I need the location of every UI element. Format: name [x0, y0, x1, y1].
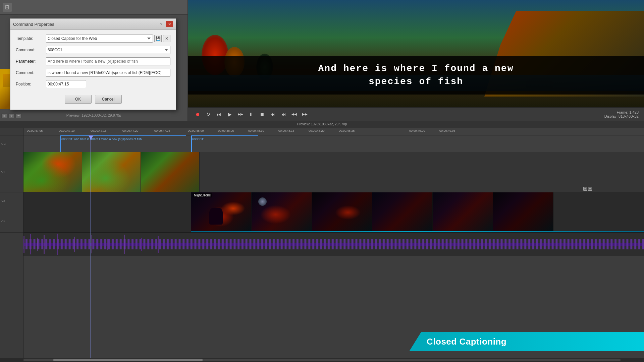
timeline-scrollbar[interactable] — [0, 358, 644, 362]
template-label: Template: — [16, 36, 46, 41]
record-button[interactable]: ⏺ — [193, 110, 202, 119]
step-forward-button[interactable]: ⏭ — [215, 110, 223, 119]
svg-rect-11 — [44, 235, 45, 254]
night-drone-label: NightDrone — [193, 193, 212, 197]
svg-rect-14 — [74, 237, 75, 252]
cc-marker-1 — [60, 135, 61, 152]
svg-rect-8 — [23, 236, 24, 253]
ok-button[interactable]: OK — [65, 95, 92, 104]
waveform — [23, 233, 644, 256]
svg-rect-17 — [124, 235, 125, 254]
caption-text-line1: And here is where I found a new — [201, 62, 631, 75]
mini-icon-1[interactable]: ⊞ — [1, 113, 7, 118]
svg-rect-19 — [158, 236, 159, 253]
help-icon[interactable]: ? — [158, 21, 164, 27]
play-button[interactable]: ▶ — [225, 110, 234, 119]
caption-overlay: And here is where I found a new species … — [188, 56, 644, 94]
template-save-button[interactable]: 💾 — [154, 35, 162, 42]
command-select[interactable]: 608CC1 — [46, 46, 170, 54]
dialog-titlebar: Command Properties ? ✕ — [10, 19, 176, 30]
svg-rect-10 — [37, 238, 38, 251]
cc-track: 608CC1: And here is where I found a new … — [23, 135, 644, 152]
cc-clip-1[interactable]: 608CC1: And here is where I found a new … — [60, 135, 186, 152]
cc-banner-arrow — [409, 332, 421, 351]
track-label-video2: V2 — [0, 192, 23, 209]
parameter-input[interactable] — [46, 57, 170, 65]
svg-rect-12 — [50, 239, 51, 249]
template-row: Template: Closed Caption for the Web 💾 ✕ — [16, 35, 170, 43]
comment-row: Comment: — [16, 69, 170, 77]
command-label: Command: — [16, 48, 46, 52]
frame-forward-button[interactable]: ▶▶ — [301, 110, 309, 119]
svg-rect-18 — [141, 238, 142, 251]
preview-info-text: Preview: 1920x1080x32, 29.970p — [297, 122, 347, 126]
template-clear-button[interactable]: ✕ — [163, 35, 170, 42]
frame-back-button[interactable]: ◀◀ — [290, 110, 299, 119]
command-row: Command: 608CC1 — [16, 46, 170, 54]
preview-info: Preview: 1920x1080x32, 29.970p — [66, 113, 121, 117]
night-drone-clip[interactable]: NightDrone — [191, 192, 644, 232]
new-file-button[interactable] — [3, 3, 12, 12]
position-input[interactable] — [46, 80, 86, 88]
dialog-close-button[interactable]: ✕ — [166, 21, 173, 27]
timeline-container: Preview: 1920x1080x32, 29.970p 00:00:47.… — [0, 121, 644, 362]
track-labels: CC V1 V2 A1 — [0, 135, 23, 358]
scrollbar-thumb[interactable] — [53, 359, 203, 361]
cc-marker-2 — [191, 135, 192, 152]
svg-rect-7 — [23, 233, 644, 256]
track-label-video1: V1 — [0, 152, 23, 192]
tracks-area: CC V1 V2 A1 608CC1: And here is where I … — [0, 135, 644, 358]
cancel-button[interactable]: Cancel — [95, 95, 122, 104]
caption-text-line2: species of fish — [201, 75, 631, 88]
mini-icon-2[interactable]: ✛ — [8, 113, 14, 118]
stop-button[interactable]: ⏹ — [258, 110, 266, 119]
svg-rect-9 — [30, 234, 31, 254]
ruler-marks: 00:00:47.05 00:00:47.10 00:00:47.15 00:0… — [23, 128, 644, 135]
cc-banner-text: Closed Captioning — [427, 337, 506, 347]
dialog-title: Command Properties — [13, 22, 54, 27]
track-label-audio: A1 — [0, 209, 23, 233]
position-label: Position: — [16, 82, 46, 86]
video-controls-bar: ⏺ ↻ ⏭ ▶ ▶▶ ⏸ ⏹ ⏮ ⏮ ◀◀ ▶▶ Frame: 1,423 Di… — [188, 107, 644, 121]
frame-value: 1,423 — [629, 110, 639, 114]
track-label-cc: CC — [0, 135, 23, 152]
tracks-content: 608CC1: And here is where I found a new … — [23, 135, 644, 358]
skip-to-start-button[interactable]: ⏮ — [268, 110, 277, 119]
play-all-button[interactable]: ▶▶ — [236, 110, 245, 119]
refresh-button[interactable]: ↻ — [204, 110, 213, 119]
comment-label: Comment: — [16, 70, 46, 75]
timeline-ruler: 00:00:47.05 00:00:47.10 00:00:47.15 00:0… — [0, 128, 644, 135]
command-properties-dialog: Command Properties ? ✕ Template: Closed … — [10, 18, 176, 110]
video-track-2: NightDrone — [23, 192, 644, 233]
pause-button[interactable]: ⏸ — [247, 110, 256, 119]
parameter-row: Parameter: — [16, 57, 170, 65]
audio-track — [23, 233, 644, 256]
cc-banner-main: Closed Captioning — [421, 332, 644, 351]
display-label: Display: — [604, 114, 618, 118]
parameter-label: Parameter: — [16, 59, 46, 64]
svg-rect-13 — [57, 234, 58, 255]
svg-rect-16 — [107, 239, 108, 250]
mini-icon-3[interactable]: ⇄ — [15, 113, 21, 118]
cc-clip-2[interactable]: 608CC1: — [191, 135, 258, 152]
template-select[interactable]: Closed Caption for the Web — [46, 35, 153, 43]
svg-rect-15 — [91, 235, 92, 253]
preview-info-bar: Preview: 1920x1080x32, 29.970p — [0, 121, 644, 128]
frame-label: Frame: — [617, 110, 629, 114]
display-value: 818x460x32 — [619, 114, 639, 118]
cc-clip-2-label: 608CC1: — [191, 136, 258, 142]
video-info: Frame: 1,423 Display: 818x460x32 — [604, 110, 639, 118]
scrollbar-track[interactable] — [23, 359, 621, 361]
mini-toolbar: ⊞ ✛ ⇄ — [1, 113, 21, 118]
clip-resize-handles[interactable]: ⊞ ⇄ — [583, 187, 592, 191]
video-clip-1[interactable] — [23, 152, 200, 192]
cc-banner: Closed Captioning — [409, 332, 644, 351]
position-row: Position: — [16, 80, 170, 88]
cc-clip-1-label: 608CC1: And here is where I found a new … — [60, 136, 186, 142]
comment-input[interactable] — [46, 69, 170, 77]
skip-to-end-button[interactable]: ⏮ — [279, 110, 288, 119]
video-track-1: ⊞ ⇄ — [23, 152, 644, 192]
